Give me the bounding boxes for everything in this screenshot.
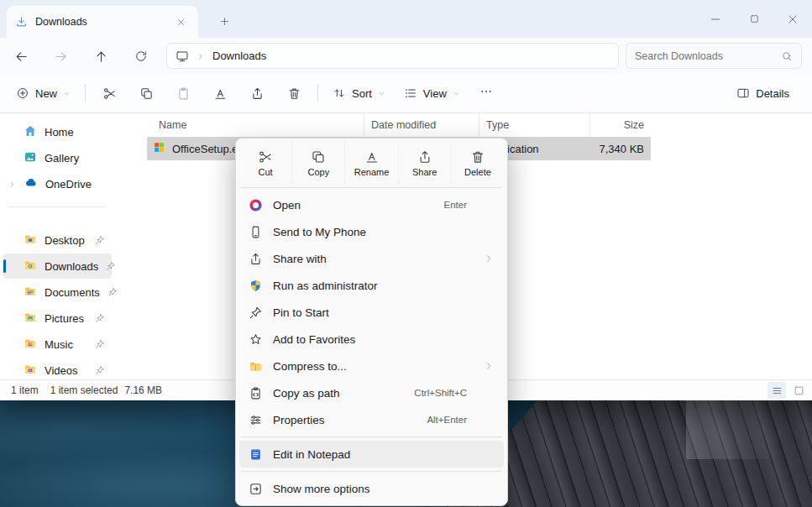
download-icon (15, 16, 28, 29)
context-menu-item-share-with[interactable]: Share with (239, 245, 504, 272)
sidebar-item-label: OneDrive (45, 178, 92, 191)
sidebar-item-documents[interactable]: Documents (3, 280, 112, 305)
chevron-right-icon[interactable] (8, 180, 16, 188)
context-menu-item-compress-to[interactable]: Compress to... (239, 353, 504, 379)
details-pane-button[interactable]: Details (727, 78, 799, 108)
address-bar[interactable]: Downloads (166, 43, 619, 69)
copy-button[interactable] (128, 78, 165, 108)
file-size: 7,340 KB (589, 143, 651, 155)
quick-actions-bar: Cut Copy Rename Share (239, 142, 504, 184)
admin-shield-icon (246, 279, 265, 293)
close-icon (176, 18, 186, 27)
sidebar-item-label: Documents (45, 286, 100, 299)
trash-icon (287, 86, 301, 101)
column-header-size[interactable]: Size (589, 113, 651, 136)
trash-icon (470, 149, 485, 165)
gallery-icon (24, 150, 37, 166)
sidebar-item-desktop[interactable]: Desktop (3, 227, 112, 253)
maximize-button[interactable] (735, 0, 773, 38)
menu-item-label: Properties (273, 414, 325, 426)
breadcrumb-downloads[interactable]: Downloads (212, 50, 266, 62)
details-button-label: Details (756, 87, 789, 100)
menu-divider (241, 436, 502, 437)
new-button[interactable]: New (7, 78, 80, 108)
context-menu-item-run-as-administrator[interactable]: Run as administrator (239, 272, 504, 299)
up-button[interactable] (87, 43, 114, 70)
sidebar-item-gallery[interactable]: Gallery (3, 145, 112, 170)
rename-icon (213, 86, 228, 101)
sort-button[interactable]: Sort (323, 78, 395, 108)
context-menu-item-send-to-my-phone[interactable]: Send to My Phone (239, 218, 504, 245)
context-rename-button[interactable]: Rename (344, 142, 397, 184)
sidebar-item-onedrive[interactable]: OneDrive (3, 171, 112, 196)
copy-icon (139, 86, 154, 101)
context-menu-item-edit-in-notepad[interactable]: Edit in Notepad (239, 441, 504, 468)
tab-title: Downloads (35, 16, 87, 28)
context-share-button[interactable]: Share (398, 142, 451, 184)
menu-item-shortcut: Ctrl+Shift+C (414, 388, 495, 398)
context-menu-item-add-to-favorites[interactable]: Add to Favorites (239, 326, 504, 353)
clipboard-icon (176, 86, 191, 101)
delete-button[interactable] (275, 78, 312, 108)
quick-action-label: Rename (354, 167, 390, 177)
context-delete-button[interactable]: Delete (451, 142, 504, 184)
refresh-icon (134, 50, 148, 63)
star-icon (246, 332, 265, 347)
context-menu-item-show-more-options[interactable]: Show more options (239, 475, 504, 502)
videos-folder-icon (24, 363, 37, 379)
context-menu-item-properties[interactable]: Properties Alt+Enter (239, 406, 504, 433)
sidebar-item-videos[interactable]: Videos (3, 358, 112, 379)
pin-icon (95, 313, 105, 323)
sidebar-item-home[interactable]: Home (3, 119, 112, 144)
chevron-right-icon (484, 361, 495, 371)
context-copy-button[interactable]: Copy (291, 142, 344, 184)
sidebar-item-label: Videos (45, 364, 78, 377)
scissors-icon (258, 149, 273, 165)
context-menu-item-copy-as-path[interactable]: Copy as path Ctrl+Shift+C (239, 379, 504, 406)
tab-close-button[interactable] (171, 13, 190, 31)
thumbnail-view-icon (794, 385, 804, 396)
home-icon (24, 124, 37, 140)
chevron-right-icon (484, 254, 495, 264)
paste-button[interactable] (165, 78, 202, 108)
close-window-button[interactable] (773, 0, 812, 38)
arrow-left-icon (14, 50, 29, 64)
column-header-type[interactable]: Type (479, 113, 589, 136)
menu-divider (241, 471, 502, 472)
cut-button[interactable] (91, 78, 128, 108)
onedrive-cloud-icon (24, 175, 38, 192)
minimize-icon (710, 13, 721, 25)
context-menu-item-pin-to-start[interactable]: Pin to Start (239, 299, 504, 326)
chevron-right-icon (196, 52, 205, 60)
minimize-button[interactable] (696, 0, 735, 38)
column-header-date-modified[interactable]: Date modified (364, 113, 479, 136)
sidebar-item-label: Home (45, 126, 74, 139)
refresh-button[interactable] (128, 43, 155, 70)
view-button[interactable]: View (395, 78, 469, 108)
back-button[interactable] (8, 43, 34, 70)
new-tab-button[interactable] (213, 10, 235, 32)
forward-button[interactable] (47, 43, 74, 70)
officesetup-file-icon (153, 141, 165, 156)
rename-button[interactable] (202, 78, 238, 108)
arrow-up-icon (94, 50, 108, 64)
close-icon (787, 13, 799, 25)
more-options-button[interactable] (469, 78, 503, 108)
context-cut-button[interactable]: Cut (239, 142, 291, 184)
search-input[interactable] (635, 50, 776, 62)
show-more-icon (246, 482, 265, 496)
pin-icon (95, 365, 105, 375)
command-toolbar: New (0, 74, 812, 113)
sidebar-item-music[interactable]: Music (3, 332, 112, 357)
column-header-name[interactable]: Name (147, 113, 364, 136)
sidebar-item-pictures[interactable]: Pictures (3, 306, 112, 331)
details-view-toggle[interactable] (767, 382, 786, 399)
sidebar-item-label: Downloads (45, 260, 98, 273)
tab-downloads[interactable]: Downloads (7, 6, 198, 38)
sidebar-item-downloads[interactable]: Downloads (3, 254, 112, 279)
new-button-label: New (35, 87, 57, 100)
context-menu-item-open[interactable]: Open Enter (239, 191, 504, 218)
desktop-folder-icon (24, 233, 37, 248)
large-icons-view-toggle[interactable] (789, 382, 808, 399)
share-button[interactable] (238, 78, 275, 108)
